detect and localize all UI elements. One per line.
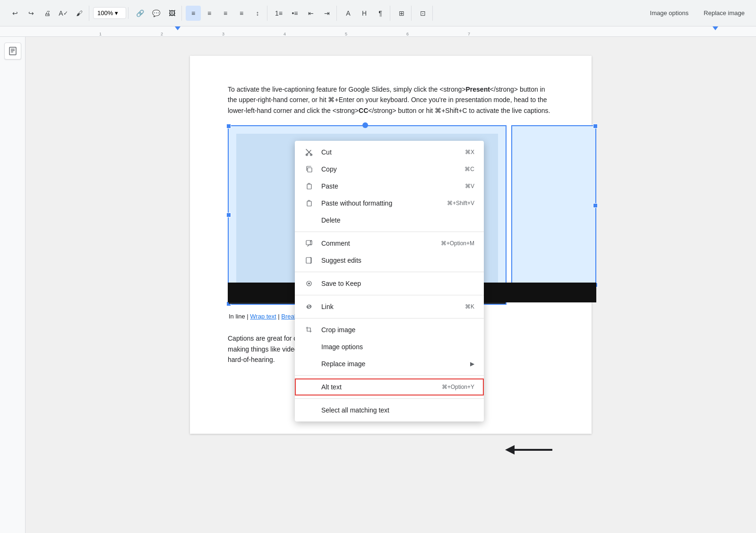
- line-spacing-button[interactable]: ↕: [250, 6, 265, 21]
- doc-area: To activate the live-captioning feature …: [26, 37, 756, 533]
- ruler-tick-4: 4: [284, 32, 286, 36]
- ruler-tick-2: 2: [161, 32, 163, 36]
- handle-middle-right[interactable]: [593, 203, 598, 208]
- arrow-annotation: [505, 445, 552, 455]
- context-menu: Cut ⌘X Copy ⌘C Paste ⌘V: [295, 141, 484, 421]
- svg-rect-0: [9, 47, 16, 55]
- image-options-menu-icon: [304, 342, 314, 352]
- align-right-button[interactable]: ≡: [218, 6, 233, 21]
- menu-item-cut[interactable]: Cut ⌘X: [295, 144, 484, 161]
- ruler-indent-left: [175, 26, 180, 30]
- menu-item-copy[interactable]: Copy ⌘C: [295, 161, 484, 178]
- cut-icon: [304, 147, 314, 157]
- menu-item-comment[interactable]: Comment ⌘+Option+M: [295, 235, 484, 252]
- spellcheck-button[interactable]: A✓: [56, 6, 71, 21]
- ruler-tick-1: 1: [99, 32, 102, 36]
- divider-2: [295, 272, 484, 272]
- paste-shortcut: ⌘V: [465, 183, 474, 189]
- divider-1: [295, 232, 484, 232]
- image-options-button[interactable]: Image options: [644, 7, 695, 19]
- handle-middle-left[interactable]: [226, 213, 231, 217]
- left-sidebar: 3 4 5 6 7: [0, 37, 26, 533]
- svg-rect-6: [308, 168, 312, 172]
- menu-item-link[interactable]: Link ⌘K: [295, 298, 484, 315]
- align-justify-button[interactable]: ≡: [234, 6, 249, 21]
- svg-rect-7: [307, 184, 311, 189]
- toolbar-right: Image options Replace image: [644, 7, 750, 19]
- align-center-button[interactable]: ≡: [202, 6, 217, 21]
- arrowhead: [505, 445, 515, 455]
- comment-shortcut: ⌘+Option+M: [441, 240, 474, 247]
- align-left-button[interactable]: ≡: [186, 6, 201, 21]
- arrow-body: [515, 449, 552, 451]
- link-shortcut: ⌘K: [465, 303, 474, 310]
- style-group: A H ¶: [339, 6, 390, 21]
- sidebar-doc-icon[interactable]: [4, 43, 21, 60]
- comment-icon: [304, 239, 314, 248]
- ruler-tick-3: 3: [222, 32, 224, 36]
- increase-indent-button[interactable]: ⇥: [319, 6, 335, 21]
- paste-label: Paste: [321, 182, 457, 190]
- list-group: 1≡ •≡ ⇤ ⇥: [269, 6, 337, 21]
- decrease-indent-button[interactable]: ⇤: [303, 6, 318, 21]
- unordered-list-button[interactable]: •≡: [287, 6, 302, 21]
- redo-button[interactable]: ↪: [24, 6, 39, 21]
- ruler: 1 2 3 4 5 6 7: [0, 26, 756, 37]
- menu-item-image-options[interactable]: Image options: [295, 338, 484, 355]
- copy-label: Copy: [321, 165, 457, 173]
- ruler-content: 1 2 3 4 5 6 7: [14, 26, 756, 36]
- menu-item-delete[interactable]: Delete: [295, 212, 484, 229]
- text-color-button[interactable]: A: [341, 6, 356, 21]
- copy-shortcut: ⌘C: [464, 166, 474, 172]
- menu-item-save-to-keep[interactable]: Save to Keep: [295, 275, 484, 292]
- link-icon: [304, 302, 314, 311]
- handle-top-left[interactable]: [226, 124, 231, 129]
- zoom-chevron: ▾: [115, 9, 118, 17]
- menu-item-replace-image[interactable]: Replace image ▶: [295, 355, 484, 372]
- replace-image-menu-icon: [304, 359, 314, 369]
- insert-image-button[interactable]: 🖼: [164, 6, 180, 21]
- link-label: Link: [321, 303, 457, 310]
- columns-button[interactable]: ⊞: [394, 6, 409, 21]
- paragraph-1: To activate the live-captioning feature …: [228, 84, 554, 116]
- divider-5: [295, 375, 484, 376]
- image-text-options: In line | Wrap text | Break: [229, 313, 297, 320]
- align-group: ≡ ≡ ≡ ≡ ↕: [184, 6, 267, 21]
- suggest-edits-icon: [304, 256, 314, 265]
- ruler-indent-right: [713, 26, 718, 30]
- save-to-keep-label: Save to Keep: [321, 280, 474, 287]
- menu-item-suggest-edits[interactable]: Suggest edits: [295, 252, 484, 269]
- insert-comment-button[interactable]: 💬: [148, 6, 163, 21]
- menu-item-alt-text[interactable]: Alt text ⌘+Option+Y: [295, 378, 484, 395]
- paste-icon: [304, 181, 314, 191]
- wrap-text-link[interactable]: Wrap text: [250, 313, 276, 320]
- ruler-tick-6: 6: [406, 32, 409, 36]
- ordered-list-button[interactable]: 1≡: [271, 6, 286, 21]
- delete-label: Delete: [321, 216, 474, 224]
- divider-3: [295, 295, 484, 295]
- zoom-selector[interactable]: 100% ▾: [93, 7, 126, 19]
- paste-plain-icon: [304, 198, 314, 208]
- menu-item-crop-image[interactable]: Crop image: [295, 321, 484, 338]
- replace-image-button[interactable]: Replace image: [698, 7, 750, 19]
- paste-plain-shortcut: ⌘+Shift+V: [447, 200, 474, 206]
- paragraph-style-button[interactable]: ¶: [373, 6, 388, 21]
- handle-top-right[interactable]: [593, 124, 598, 129]
- doc-outline-icon: [8, 46, 17, 56]
- paint-format-button[interactable]: 🖌: [72, 6, 87, 21]
- menu-item-paste-without-formatting[interactable]: Paste without formatting ⌘+Shift+V: [295, 195, 484, 212]
- crop-button[interactable]: ⊡: [415, 6, 430, 21]
- undo-button[interactable]: ↩: [8, 6, 23, 21]
- print-button[interactable]: 🖨: [40, 6, 55, 21]
- highlight-button[interactable]: H: [357, 6, 372, 21]
- menu-item-paste[interactable]: Paste ⌘V: [295, 178, 484, 195]
- main-area: 3 4 5 6 7 To activate the live-captionin…: [0, 37, 756, 533]
- copy-icon: [304, 164, 314, 174]
- insert-link-button[interactable]: 🔗: [132, 6, 147, 21]
- image-options-menu-label: Image options: [321, 343, 474, 351]
- zoom-value: 100%: [97, 9, 113, 17]
- toolbar: ↩ ↪ 🖨 A✓ 🖌 100% ▾ 🔗 💬 🖼 ≡ ≡ ≡ ≡ ↕ 1≡ •≡ …: [0, 0, 756, 26]
- menu-item-select-all-matching[interactable]: Select all matching text: [295, 402, 484, 419]
- svg-rect-8: [307, 201, 311, 206]
- select-all-icon: [304, 405, 314, 415]
